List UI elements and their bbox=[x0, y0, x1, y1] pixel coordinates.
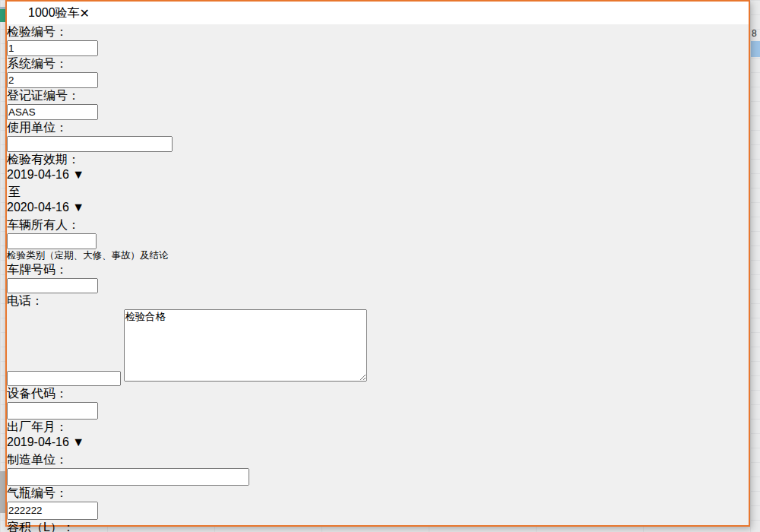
inspection-no-field[interactable] bbox=[7, 40, 98, 56]
device-code-field[interactable] bbox=[7, 402, 98, 420]
validity-end-value: 2020-04-16 bbox=[7, 201, 69, 214]
manufacture-date-label: 出厂年月： bbox=[7, 420, 69, 435]
category-section-label: 检验类别（定期、大修、事故）及结论 bbox=[7, 249, 749, 262]
background-gray-bar bbox=[0, 471, 5, 513]
background-spreadsheet-icon bbox=[0, 7, 5, 22]
app-window: 1000验车 ✕ 检验编号： 系统编号： 登记证编号： 使用单位： 检验有效期：… bbox=[5, 0, 750, 527]
validity-to-label: 至 bbox=[7, 185, 22, 201]
cylinder-no-label: 气瓶编号： bbox=[7, 486, 71, 502]
validity-start-datepicker[interactable]: 2019-04-16 ▼ bbox=[7, 168, 117, 185]
plate-no-label: 车牌号码： bbox=[7, 262, 71, 278]
title-bar: 1000验车 ✕ bbox=[7, 2, 749, 24]
desktop-background: 8 1000验车 ✕ 检验编号： 系统编号： 登记证编号： 使用单位： 检验有效… bbox=[0, 0, 760, 532]
vehicle-owner-label: 车辆所有人： bbox=[7, 217, 83, 233]
dropdown-arrow-icon[interactable]: ▼ bbox=[72, 201, 84, 214]
cylinder-no-field[interactable] bbox=[7, 502, 98, 520]
inspection-no-label: 检验编号： bbox=[7, 24, 71, 40]
conclusion-textarea[interactable]: 检验合格 bbox=[124, 309, 367, 382]
manufacturer-field[interactable] bbox=[7, 468, 249, 486]
window-title: 1000验车 bbox=[28, 5, 80, 21]
registration-no-label: 登记证编号： bbox=[7, 88, 80, 104]
registration-no-field[interactable] bbox=[7, 104, 98, 120]
volume-label: 容积（L）： bbox=[7, 520, 75, 532]
plate-no-field[interactable] bbox=[7, 278, 98, 293]
device-code-label: 设备代码： bbox=[7, 386, 71, 402]
manufacture-date-datepicker[interactable]: 2019-04-16 ▼ bbox=[7, 435, 119, 452]
phone-label: 电话： bbox=[7, 293, 52, 309]
dropdown-arrow-icon[interactable]: ▼ bbox=[72, 168, 84, 181]
manufacture-date-value: 2019-04-16 bbox=[7, 435, 69, 448]
close-icon: ✕ bbox=[80, 7, 90, 20]
form-body: 检验编号： 系统编号： 登记证编号： 使用单位： 检验有效期： 2019-04-… bbox=[7, 24, 749, 532]
vehicle-owner-field[interactable] bbox=[7, 233, 97, 249]
background-cell-value: 8 bbox=[752, 28, 760, 40]
phone-field[interactable] bbox=[7, 371, 121, 386]
window-controls: ✕ bbox=[80, 6, 90, 21]
validity-end-datepicker[interactable]: 2020-04-16 ▼ bbox=[7, 201, 117, 217]
manufacturer-label: 制造单位： bbox=[7, 452, 71, 468]
system-no-label: 系统编号： bbox=[7, 56, 71, 72]
dropdown-arrow-icon[interactable]: ▼ bbox=[72, 435, 84, 448]
background-selected-cell bbox=[751, 41, 760, 57]
validity-start-value: 2019-04-16 bbox=[7, 168, 69, 181]
close-button[interactable]: ✕ bbox=[80, 7, 90, 20]
user-unit-field[interactable] bbox=[7, 136, 173, 152]
validity-label: 检验有效期： bbox=[7, 152, 100, 168]
app-badge-icon bbox=[15, 7, 28, 20]
user-unit-label: 使用单位： bbox=[7, 120, 71, 136]
system-no-field[interactable] bbox=[7, 72, 98, 88]
